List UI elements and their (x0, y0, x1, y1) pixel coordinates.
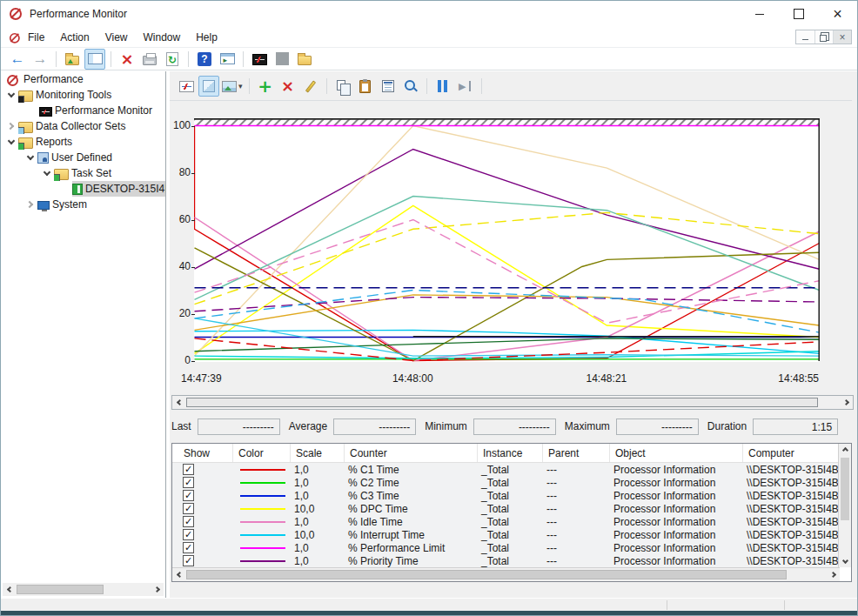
menu-view[interactable]: View (97, 29, 136, 46)
color-swatch (240, 521, 285, 523)
tree-scroll-thumb[interactable] (17, 585, 104, 594)
tree-item-task-set[interactable]: Task Set (1, 165, 165, 181)
minimize-button[interactable] (740, 1, 779, 27)
table-row-c1-time[interactable]: 1,0% C1 Time_Total---Processor Informati… (172, 463, 840, 476)
chart-horizontal-scrollbar[interactable] (171, 395, 854, 410)
view-current-activity-button[interactable] (176, 76, 197, 97)
column-header-color[interactable]: Color (233, 444, 291, 462)
update-data-button[interactable] (455, 76, 476, 97)
table-row-c3-time[interactable]: 1,0% C3 Time_Total---Processor Informati… (172, 489, 840, 502)
show-console-tree-button[interactable] (84, 49, 105, 70)
menu-file[interactable]: File (20, 29, 52, 46)
view-log-data-button[interactable] (198, 76, 219, 97)
table-hscroll-thumb[interactable] (186, 570, 787, 579)
show-checkbox[interactable] (183, 516, 194, 527)
table-vertical-scrollbar[interactable] (838, 444, 851, 567)
blank-square-button[interactable] (271, 49, 292, 70)
forward-button[interactable] (30, 49, 50, 70)
table-vscroll-thumb[interactable] (841, 458, 849, 520)
table-row-idle-time[interactable]: 1,0% Idle Time_Total---Processor Informa… (172, 515, 840, 528)
delete-counter-icon (280, 78, 296, 94)
back-button[interactable] (7, 49, 28, 70)
change-graph-type-button[interactable]: ▾ (221, 76, 244, 97)
menu-window[interactable]: Window (136, 29, 189, 46)
help-button[interactable] (194, 49, 215, 70)
column-header-show[interactable]: Show (172, 444, 233, 462)
chevron-down-icon[interactable] (23, 150, 37, 165)
print-button[interactable] (139, 49, 160, 70)
column-header-instance[interactable]: Instance (478, 444, 543, 462)
chevron-down-icon[interactable] (40, 165, 54, 181)
new-folder-button[interactable] (294, 49, 315, 70)
show-checkbox[interactable] (183, 503, 194, 514)
show-checkbox[interactable] (183, 490, 194, 501)
table-row-interrupt-time[interactable]: 10,0% Interrupt Time_Total---Processor I… (172, 528, 840, 541)
scroll-left-icon[interactable] (172, 568, 186, 581)
performance-chart-icon (252, 54, 267, 65)
folder-up-button[interactable] (62, 49, 83, 70)
table-row-performance-limit[interactable]: 1,0% Performance Limit_Total---Processor… (172, 541, 840, 554)
menu-help[interactable]: Help (188, 29, 225, 46)
tree-item-performance[interactable]: Performance (1, 71, 165, 87)
show-action-pane-button[interactable] (217, 49, 238, 70)
delete-button[interactable] (117, 49, 137, 70)
freeze-display-button[interactable] (432, 76, 453, 97)
menu-action[interactable]: Action (52, 29, 97, 46)
folder-up-icon (65, 56, 79, 65)
table-row-priority-time[interactable]: 1,0% Priority Time_Total---Processor Inf… (172, 554, 840, 567)
column-header-computer[interactable]: Computer (743, 444, 839, 462)
copy-properties-button[interactable] (332, 76, 353, 97)
close-button[interactable] (818, 1, 857, 27)
tree-item-data-collector-sets[interactable]: Data Collector Sets (1, 118, 165, 134)
scroll-left-icon[interactable] (3, 583, 17, 596)
details-panel: ▾ 020406080100 14:47:3914:48:0014:48:211… (170, 71, 858, 598)
tree-item-monitoring-tools[interactable]: Monitoring Tools (1, 87, 165, 103)
cell-computer: \\DESKTOP-315I4B9 (743, 542, 839, 554)
show-checkbox[interactable] (183, 464, 194, 475)
show-checkbox[interactable] (183, 542, 194, 553)
highlight-button[interactable] (300, 76, 321, 97)
stat-value-average: --------- (333, 418, 416, 435)
refresh-icon (166, 52, 178, 66)
maximize-button[interactable] (779, 1, 818, 27)
cell-computer: \\DESKTOP-315I4B9 (743, 529, 839, 541)
delete-counter-button[interactable] (278, 76, 298, 97)
column-header-object[interactable]: Object (610, 444, 743, 462)
tree-item-reports[interactable]: Reports (1, 134, 165, 150)
table-row-c2-time[interactable]: 1,0% C2 Time_Total---Processor Informati… (172, 476, 840, 489)
scroll-right-icon[interactable] (839, 396, 853, 409)
tree-item-desktop-315i4b9[interactable]: DESKTOP-315I4B9 (1, 181, 165, 197)
column-header-counter[interactable]: Counter (345, 444, 478, 462)
performance-chart-button[interactable] (249, 49, 270, 70)
show-checkbox[interactable] (183, 529, 194, 540)
tree-item-performance-monitor[interactable]: Performance Monitor (1, 103, 165, 118)
tree-item-system[interactable]: System (1, 197, 165, 212)
add-counter-button[interactable] (255, 76, 276, 97)
column-header-scale[interactable]: Scale (291, 444, 345, 462)
chart-scroll-thumb[interactable] (186, 398, 818, 407)
refresh-button[interactable] (162, 49, 183, 70)
chevron-down-icon[interactable] (4, 87, 18, 103)
scroll-up-icon[interactable] (839, 444, 851, 457)
table-horizontal-scrollbar[interactable] (172, 567, 840, 581)
child-close-button[interactable] (833, 30, 851, 44)
cell-instance: _Total (478, 529, 543, 541)
paste-counter-list-button[interactable] (355, 76, 376, 97)
show-checkbox[interactable] (183, 555, 194, 566)
tree-horizontal-scrollbar[interactable] (3, 583, 164, 596)
zoom-button[interactable] (400, 76, 421, 97)
scroll-right-icon[interactable] (150, 583, 164, 596)
column-header-parent[interactable]: Parent (543, 444, 610, 462)
show-checkbox[interactable] (183, 477, 194, 488)
chevron-right-icon[interactable] (23, 197, 37, 212)
scroll-down-icon[interactable] (839, 554, 851, 567)
table-row-dpc-time[interactable]: 10,0% DPC Time_Total---Processor Informa… (172, 502, 840, 515)
child-minimize-button[interactable] (796, 30, 814, 44)
scroll-left-icon[interactable] (172, 396, 186, 409)
chevron-down-icon[interactable] (4, 134, 18, 150)
chevron-right-icon[interactable] (4, 118, 18, 134)
scroll-right-icon[interactable] (826, 568, 840, 581)
child-restore-button[interactable] (814, 30, 833, 44)
properties-button[interactable] (378, 76, 399, 97)
tree-item-user-defined[interactable]: User Defined (1, 150, 165, 165)
